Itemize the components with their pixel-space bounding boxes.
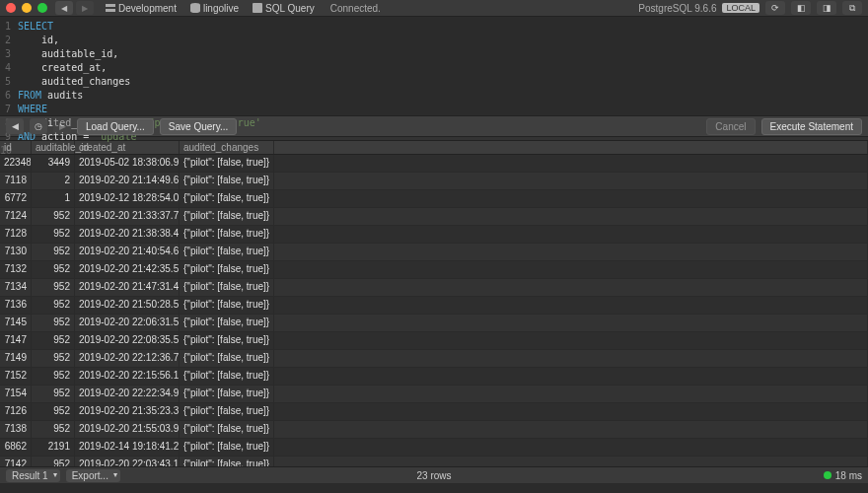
table-row[interactable]: 71529522019-02-20 22:15:56.160807{"pilot… bbox=[0, 368, 868, 386]
load-query-button[interactable]: Load Query... bbox=[77, 118, 154, 135]
table-row[interactable]: 71349522019-02-20 21:47:31.459539{"pilot… bbox=[0, 279, 868, 297]
query-toolbar: ◀ ◷ ▶ Load Query... Save Query... Cancel… bbox=[0, 115, 868, 137]
table-row[interactable]: 71369522019-02-20 21:50:28.523385{"pilot… bbox=[0, 297, 868, 315]
table-row[interactable]: 71499522019-02-20 22:12:36.733242{"pilot… bbox=[0, 350, 868, 368]
server-icon bbox=[106, 3, 115, 13]
col-id[interactable]: id bbox=[0, 141, 32, 154]
table-row[interactable]: 677212019-02-12 18:28:54.053891{"pilot":… bbox=[0, 190, 868, 208]
col-created-at[interactable]: created_at bbox=[75, 141, 180, 154]
minimize-icon[interactable] bbox=[22, 3, 32, 13]
sql-icon bbox=[253, 3, 262, 13]
crumb-query[interactable]: SQL Query bbox=[249, 3, 319, 14]
history-button[interactable]: ◷ bbox=[30, 118, 47, 134]
crumb-development[interactable]: Development bbox=[102, 3, 181, 14]
table-row[interactable]: 71249522019-02-20 21:33:37.737347{"pilot… bbox=[0, 208, 868, 226]
new-window-button[interactable]: ⧉ bbox=[842, 1, 862, 15]
result-select[interactable]: Result 1 bbox=[6, 469, 60, 482]
svg-rect-0 bbox=[106, 4, 115, 7]
crumb-label: Development bbox=[118, 3, 177, 14]
breadcrumb: Development lingolive SQL Query bbox=[102, 3, 319, 14]
refresh-button[interactable]: ⟳ bbox=[765, 1, 785, 15]
svg-rect-1 bbox=[106, 9, 115, 12]
table-row[interactable]: 686221912019-02-14 19:18:41.269187{"pilo… bbox=[0, 439, 868, 457]
titlebar: ◀ ▶ Development lingolive SQL Query Conn… bbox=[0, 0, 868, 17]
crumb-label: SQL Query bbox=[265, 3, 315, 14]
sql-editor[interactable]: 1 2 3 4 5 6 7 8 9 10 SELECT id, auditabl… bbox=[0, 17, 868, 115]
table-row[interactable]: 71309522019-02-20 21:40:54.645907{"pilot… bbox=[0, 244, 868, 261]
prev-result-button[interactable]: ◀ bbox=[6, 118, 24, 134]
table-row[interactable]: 71549522019-02-20 22:22:34.939045{"pilot… bbox=[0, 386, 868, 403]
success-icon bbox=[824, 471, 832, 479]
crumb-label: lingolive bbox=[203, 3, 239, 14]
close-icon[interactable] bbox=[6, 3, 16, 13]
table-row[interactable]: 71269522019-02-20 21:35:23.344861{"pilot… bbox=[0, 403, 868, 421]
table-row[interactable]: 71329522019-02-20 21:42:35.513634{"pilot… bbox=[0, 261, 868, 279]
table-row[interactable]: 71459522019-02-20 22:06:31.505065{"pilot… bbox=[0, 315, 868, 332]
cancel-button: Cancel bbox=[706, 118, 755, 135]
svg-rect-3 bbox=[253, 3, 262, 13]
panel-left-button[interactable]: ◧ bbox=[791, 1, 811, 15]
connection-status: Connected. bbox=[330, 3, 381, 14]
result-grid[interactable]: id auditable_id created_at audited_chang… bbox=[0, 141, 868, 466]
execute-button[interactable]: Execute Statement bbox=[761, 118, 863, 135]
back-button[interactable]: ◀ bbox=[55, 1, 73, 15]
grid-header: id auditable_id created_at audited_chang… bbox=[0, 141, 868, 155]
database-icon bbox=[190, 3, 200, 13]
table-row[interactable]: 71429522019-02-20 22:03:43.165148{"pilot… bbox=[0, 457, 868, 466]
forward-button: ▶ bbox=[76, 1, 94, 15]
save-query-button[interactable]: Save Query... bbox=[160, 118, 237, 135]
line-gutter: 1 2 3 4 5 6 7 8 9 10 bbox=[0, 17, 14, 115]
table-row[interactable]: 71389522019-02-20 21:55:03.933935{"pilot… bbox=[0, 421, 868, 439]
maximize-icon[interactable] bbox=[37, 3, 47, 13]
table-row[interactable]: 2234834492019-05-02 18:38:06.955871{"pil… bbox=[0, 155, 868, 173]
table-row[interactable]: 71479522019-02-20 22:08:35.589517{"pilot… bbox=[0, 332, 868, 350]
panel-right-button[interactable]: ◨ bbox=[817, 1, 836, 15]
window-controls bbox=[6, 3, 47, 13]
crumb-database[interactable]: lingolive bbox=[186, 3, 243, 14]
table-row[interactable]: 711822019-02-20 21:14:49.660312{"pilot":… bbox=[0, 173, 868, 190]
code-area[interactable]: SELECT id, auditable_id, created_at, aud… bbox=[14, 17, 261, 115]
grid-body: 2234834492019-05-02 18:38:06.955871{"pil… bbox=[0, 155, 868, 466]
export-button[interactable]: Export... bbox=[66, 469, 120, 482]
col-auditable-id[interactable]: auditable_id bbox=[32, 141, 75, 154]
local-tag: LOCAL bbox=[722, 3, 760, 13]
col-audited-changes[interactable]: audited_changes bbox=[180, 141, 274, 154]
row-count: 23 rows bbox=[416, 470, 451, 481]
db-version: PostgreSQL 9.6.6 bbox=[638, 3, 716, 14]
exec-time: 18 ms bbox=[835, 470, 862, 481]
footer: Result 1 Export... 23 rows 18 ms bbox=[0, 466, 868, 483]
table-row[interactable]: 71289522019-02-20 21:38:38.439734{"pilot… bbox=[0, 226, 868, 244]
next-result-button: ▶ bbox=[53, 118, 71, 134]
